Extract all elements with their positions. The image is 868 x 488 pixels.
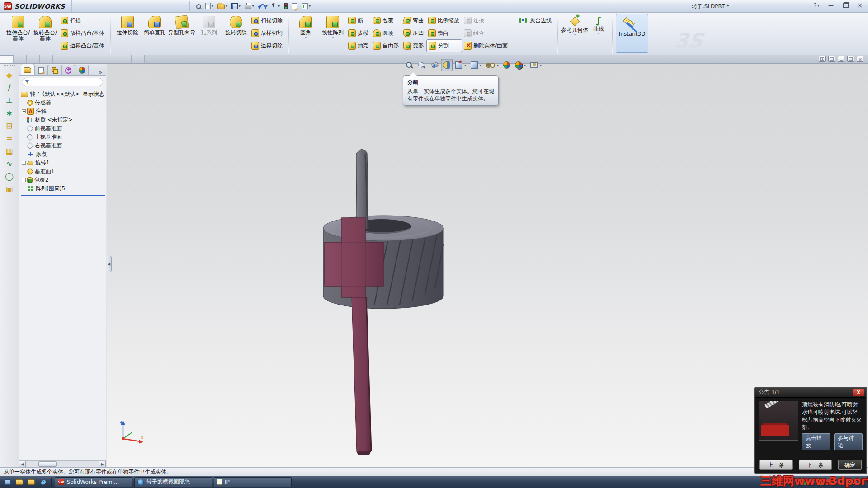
- zoom-fit-button[interactable]: [404, 59, 415, 71]
- tree-item[interactable]: 材质 <未指定>: [21, 116, 106, 124]
- scroll-left-arrow[interactable]: ◀: [19, 461, 26, 467]
- taskbar-window-button[interactable]: 转子的横截面部怎...: [134, 477, 212, 487]
- linear-pattern-button[interactable]: 线性阵列 ⌄: [319, 14, 346, 53]
- revolve-boss-button[interactable]: 旋转凸台/基体: [32, 14, 59, 53]
- popup-title-bar[interactable]: 公告 1/1 X: [755, 388, 866, 398]
- edit-appearance-button[interactable]: [501, 59, 512, 71]
- doc-minimize-button[interactable]: [838, 56, 844, 62]
- tree-item[interactable]: 上视基准面: [21, 133, 106, 141]
- feature-manager-tab[interactable]: [21, 64, 34, 75]
- loft-cut-button[interactable]: 放样切割: [250, 27, 285, 39]
- minimize-button[interactable]: —: [826, 1, 836, 9]
- scale-button[interactable]: 比例缩放: [426, 14, 462, 27]
- toolbar-button[interactable]: ⊥: [2, 94, 17, 107]
- rib-button[interactable]: 筋: [346, 14, 371, 27]
- deform-button[interactable]: 变形: [401, 39, 426, 52]
- scroll-thumb[interactable]: [38, 461, 57, 467]
- tree-item[interactable]: 前视基准面: [21, 124, 106, 133]
- ok-button[interactable]: 确定: [838, 460, 862, 470]
- show-desktop-button[interactable]: [3, 478, 13, 487]
- panel-overflow-button[interactable]: »: [95, 69, 106, 75]
- tree-filter-box[interactable]: [22, 78, 103, 86]
- apply-scene-button[interactable]: ▾: [513, 59, 528, 71]
- file-properties-button[interactable]: [290, 1, 299, 11]
- taskbar-window-button[interactable]: SW SolidWorks Premi...: [55, 477, 132, 487]
- command-tab[interactable]: [105, 55, 118, 63]
- open-button[interactable]: ▾: [216, 1, 229, 11]
- command-tab[interactable]: [132, 55, 145, 63]
- display-manager-tab[interactable]: [75, 65, 89, 75]
- loft-boss-button[interactable]: 放样凸台/基体: [59, 27, 107, 39]
- filter-input[interactable]: [31, 80, 99, 85]
- expand-toggle[interactable]: [22, 178, 26, 182]
- curves-flyout-arrow[interactable]: ⌄: [597, 32, 600, 35]
- curves-button[interactable]: ∫ 曲线 ⌄: [588, 14, 609, 53]
- simple-hole-button[interactable]: 简单直孔: [141, 14, 168, 53]
- toolbar-button[interactable]: ▣: [2, 183, 17, 195]
- zoom-area-button[interactable]: [416, 59, 427, 71]
- previous-view-button[interactable]: [428, 59, 440, 71]
- split-vertical-button[interactable]: [828, 56, 835, 62]
- search-button[interactable]: [194, 1, 203, 11]
- revolve-cut-button[interactable]: 旋转切除: [222, 14, 250, 53]
- command-tab[interactable]: [79, 55, 92, 63]
- tree-item[interactable]: 旋转1: [21, 159, 106, 167]
- toolbar-button[interactable]: ◆: [2, 69, 17, 81]
- fire-truck-ad-image[interactable]: [759, 401, 798, 441]
- heal-edges-button[interactable]: 愈合边线: [517, 14, 554, 27]
- toolbar-button[interactable]: ≈: [2, 132, 17, 145]
- boundary-cut-button[interactable]: 边界切除: [250, 39, 285, 52]
- command-tab[interactable]: [0, 55, 14, 63]
- hole-wizard-button[interactable]: 异型孔向导: [168, 14, 195, 53]
- taskbar-window-button[interactable]: IP: [214, 477, 292, 487]
- configuration-manager-tab[interactable]: [48, 65, 61, 75]
- tree-item[interactable]: 基准面1: [21, 167, 106, 176]
- tree-item[interactable]: 右视基准面: [21, 141, 106, 150]
- shell-button[interactable]: 抽壳: [346, 39, 371, 52]
- freeform-button[interactable]: 自由形: [371, 39, 401, 52]
- extrude-cut-button[interactable]: 拉伸切除: [114, 14, 141, 53]
- draft-button[interactable]: 拔模: [346, 27, 371, 39]
- command-tab[interactable]: [66, 55, 79, 63]
- command-tab[interactable]: [40, 55, 53, 63]
- delete-body-button[interactable]: 删除实体/曲面: [462, 39, 510, 52]
- restore-button[interactable]: [840, 1, 851, 9]
- section-view-button[interactable]: [441, 59, 453, 71]
- toolbar-button[interactable]: ◯: [2, 170, 17, 183]
- new-document-button[interactable]: ▾: [204, 1, 215, 11]
- next-announcement-button[interactable]: 下一条: [799, 460, 832, 470]
- tree-item[interactable]: 阵列(圆周)5: [21, 184, 106, 193]
- boundary-boss-button[interactable]: 边界凸台/基体: [59, 39, 107, 52]
- popup-close-button[interactable]: X: [853, 389, 864, 396]
- explorer-launch-button[interactable]: [14, 478, 24, 487]
- view-orientation-button[interactable]: ▾: [453, 59, 468, 71]
- panel-horizontal-scrollbar[interactable]: ◀ ▶: [19, 460, 106, 467]
- reference-geometry-flyout-arrow[interactable]: ⌄: [573, 33, 576, 36]
- dimxpert-manager-tab[interactable]: [61, 65, 75, 75]
- scroll-right-arrow[interactable]: ▶: [99, 461, 106, 467]
- tree-item[interactable]: 注解: [21, 107, 106, 116]
- toolbar-button[interactable]: ∿: [2, 158, 17, 170]
- documents-launch-button[interactable]: [26, 478, 36, 487]
- panel-collapse-arrow[interactable]: ◀: [107, 256, 112, 272]
- doc-restore-button[interactable]: [847, 56, 854, 62]
- tree-item[interactable]: 传感器: [21, 99, 106, 107]
- toolbar-button[interactable]: ⊞: [2, 120, 17, 132]
- linear-pattern-flyout-arrow[interactable]: ⌄: [331, 36, 335, 38]
- toolbar-grip[interactable]: [4, 65, 15, 68]
- save-button[interactable]: ▾: [230, 1, 242, 11]
- sweep-button[interactable]: 扫描: [59, 14, 107, 27]
- ie-launch-button[interactable]: e: [38, 478, 48, 487]
- command-tab[interactable]: [14, 55, 27, 63]
- tree-item[interactable]: 包覆2: [21, 176, 106, 184]
- hide-show-items-button[interactable]: ▾: [484, 59, 500, 71]
- dome-button[interactable]: 圆顶: [371, 27, 401, 39]
- doc-close-button[interactable]: [857, 56, 863, 62]
- split-horizontal-button[interactable]: [819, 56, 826, 62]
- indent-button[interactable]: 压凹: [401, 27, 426, 39]
- expand-toggle[interactable]: [22, 109, 26, 113]
- view-settings-button[interactable]: ▾: [528, 59, 543, 71]
- rollback-bar[interactable]: [21, 195, 105, 196]
- tree-root-item[interactable]: 转子 (默认<<默认>_显示状态 1: [21, 90, 106, 99]
- reference-geometry-button[interactable]: 参考几何体 ⌄: [561, 14, 588, 53]
